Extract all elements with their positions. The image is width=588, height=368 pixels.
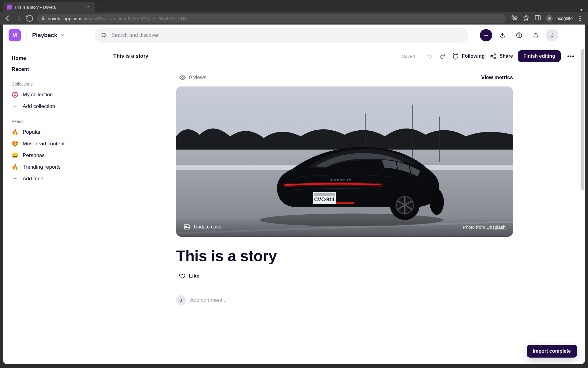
sidebar-item-label: Add collection <box>23 103 55 109</box>
fire-icon: 🔥 <box>12 164 18 171</box>
comment-avatar: J <box>176 295 186 305</box>
redo-button[interactable] <box>439 53 447 59</box>
svg-point-7 <box>519 36 519 37</box>
back-button[interactable] <box>4 14 12 22</box>
chevron-down-icon <box>60 33 65 38</box>
view-metrics-button[interactable]: View metrics <box>481 75 513 81</box>
tabs-dropdown-icon[interactable]: ▾ <box>575 7 588 12</box>
favicon <box>7 5 12 10</box>
sidebar-item-home[interactable]: Home <box>3 53 104 64</box>
notifications-button[interactable] <box>530 29 542 41</box>
sidebar-feed-must-read[interactable]: 🤩 Must-read content <box>3 138 104 150</box>
sidebar-add-collection[interactable]: + Add collection <box>3 101 104 112</box>
car-illustration: CVC·911 PORSCHE <box>230 125 473 228</box>
plus-icon: + <box>12 103 18 110</box>
sidebar-item-label: Personas <box>23 152 45 159</box>
sidebar-feed-personas[interactable]: 😀 Personas <box>3 150 104 161</box>
divider <box>26 30 27 40</box>
sidebar-item-label: Trending reports <box>23 164 61 170</box>
love-face-icon: 🤩 <box>12 140 18 147</box>
url-path: /stories/This-is-a-story-3sYu2V7XlzLU33s… <box>81 16 187 21</box>
cover-image: CVC·911 PORSCHE <box>176 86 513 237</box>
update-cover-button[interactable]: Update cover <box>183 224 223 230</box>
comment-input[interactable] <box>190 297 513 303</box>
help-button[interactable] <box>513 29 525 41</box>
search-icon <box>101 32 107 38</box>
bell-active-icon <box>452 53 459 59</box>
plus-icon: + <box>12 175 18 182</box>
sidebar-feed-popular[interactable]: 🔥 Popular <box>3 126 104 138</box>
toast-import-complete: Import complete <box>527 345 577 358</box>
sidebar-add-feed[interactable]: + Add feed <box>3 173 104 185</box>
svg-point-11 <box>494 54 496 55</box>
svg-point-4 <box>550 19 551 20</box>
browser-menu-icon[interactable] <box>578 16 582 21</box>
grin-icon: 😀 <box>12 152 18 159</box>
share-icon <box>490 53 496 59</box>
eye-blocked-icon[interactable] <box>511 14 518 22</box>
svg-point-12 <box>494 57 496 59</box>
share-button[interactable]: Share <box>490 53 513 59</box>
share-label: Share <box>499 53 513 59</box>
following-label: Following <box>462 53 485 59</box>
like-button[interactable]: Like <box>176 271 513 281</box>
views-chip: 0 views <box>176 74 206 81</box>
search-box[interactable] <box>95 28 468 43</box>
finish-editing-button[interactable]: Finish editing <box>518 50 561 62</box>
lock-icon <box>41 16 45 21</box>
address-bar[interactable]: dovetailapp.com/stories/This-is-a-story-… <box>37 14 506 23</box>
close-tab-icon[interactable]: × <box>86 4 91 10</box>
sidebar-item-my-collection[interactable]: My collection <box>3 89 104 101</box>
sidebar-section-feeds: Feeds <box>3 112 104 126</box>
doc-title[interactable]: This is a story <box>113 53 148 59</box>
doc-toolbar: This is a story Saved Following Share <box>104 46 585 62</box>
user-avatar[interactable]: J <box>546 29 558 41</box>
following-button[interactable]: Following <box>452 53 485 59</box>
sidebar-item-label: My collection <box>23 92 53 98</box>
update-cover-label: Update cover <box>194 224 223 230</box>
lifebuoy-icon <box>12 91 18 98</box>
story-title[interactable]: This is a story <box>176 247 513 265</box>
upload-button[interactable] <box>496 29 509 41</box>
svg-point-9 <box>14 94 16 96</box>
create-button[interactable] <box>480 29 492 41</box>
sidebar-feed-trending[interactable]: 🔥 Trending reports <box>3 161 104 173</box>
svg-rect-17 <box>336 202 354 204</box>
tab-title: This is a story – Dovetail <box>14 5 83 10</box>
image-icon <box>183 224 190 230</box>
sidebar-item-recent[interactable]: Recent <box>3 64 104 75</box>
sidebar-item-label: Popular <box>23 129 41 135</box>
incognito-badge: Incognito <box>546 15 573 22</box>
views-count: 0 views <box>189 75 206 81</box>
search-input[interactable] <box>111 32 462 38</box>
photo-credit-link[interactable]: Unsplash <box>486 224 506 230</box>
svg-point-31 <box>430 190 444 215</box>
scrollbar[interactable] <box>581 49 584 190</box>
sidebar: Home Recent Collections My collection + … <box>3 46 104 364</box>
browser-tab[interactable]: This is a story – Dovetail × <box>3 2 95 12</box>
reload-button[interactable] <box>26 14 34 22</box>
svg-point-10 <box>491 56 492 57</box>
svg-rect-1 <box>535 16 541 20</box>
side-panel-icon[interactable] <box>534 14 541 22</box>
svg-point-5 <box>102 33 106 37</box>
flame-icon: 🔥 <box>12 129 18 136</box>
incognito-label: Incognito <box>555 16 573 21</box>
sidebar-item-label: Recent <box>12 66 29 72</box>
like-label: Like <box>189 273 199 279</box>
incognito-icon <box>546 15 553 22</box>
saved-status: Saved <box>402 54 415 59</box>
more-menu-icon[interactable] <box>566 56 576 57</box>
bookmark-star-icon[interactable] <box>523 14 530 22</box>
svg-text:PORSCHE: PORSCHE <box>331 179 352 182</box>
undo-button[interactable] <box>425 53 434 59</box>
workspace-switcher[interactable]: Playback <box>32 32 65 39</box>
svg-text:CVC·911: CVC·911 <box>314 197 335 202</box>
photo-credit: Photo from Unsplash <box>463 224 506 230</box>
workspace-avatar[interactable]: M <box>9 29 21 41</box>
forward-button[interactable] <box>15 14 23 22</box>
svg-point-3 <box>548 19 549 20</box>
new-tab-button[interactable]: + <box>95 2 107 12</box>
svg-rect-32 <box>184 225 190 229</box>
sidebar-item-label: Add feed <box>23 176 43 182</box>
